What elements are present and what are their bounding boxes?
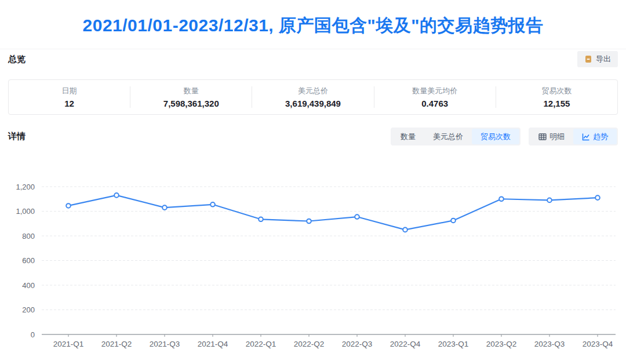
data-point[interactable] (595, 195, 600, 200)
data-point[interactable] (451, 219, 456, 223)
stat-value: 3,619,439,849 (285, 99, 341, 108)
x-axis-tick-label: 2023-Q3 (534, 340, 565, 348)
detail-section-label: 详情 (8, 131, 26, 142)
y-axis-tick-label: 1,000 (16, 207, 35, 216)
tab-label: 趋势 (593, 132, 608, 142)
tab-quantity[interactable]: 数量 (392, 129, 424, 144)
stat-label: 数量美元均价 (412, 86, 457, 96)
x-axis-tick-label: 2022-Q2 (294, 340, 325, 348)
overview-header: 总览 导出 (8, 51, 618, 67)
y-axis-tick-label: 1,200 (16, 183, 35, 191)
x-axis-tick-label: 2022-Q4 (390, 340, 421, 348)
trend-report-page: 2021/01/01-2023/12/31, 原产国包含"埃及"的交易趋势报告 … (0, 0, 626, 364)
data-point[interactable] (259, 217, 263, 222)
y-axis-tick-label: 200 (22, 305, 35, 314)
stat-label: 贸易次数 (541, 86, 572, 96)
tab-trend-view[interactable]: 趋势 (573, 129, 617, 144)
view-tab-group: 明细 趋势 (529, 128, 618, 145)
export-button-label: 导出 (596, 54, 611, 64)
stat-avg-usd-price: 数量美元均价 0.4763 (374, 80, 496, 114)
stat-quantity: 数量 7,598,361,320 (130, 80, 252, 114)
stat-label: 日期 (62, 86, 77, 96)
x-axis-tick-label: 2021-Q4 (198, 340, 228, 348)
stat-value: 12 (64, 99, 74, 108)
tab-label: 美元总价 (433, 132, 463, 142)
data-point[interactable] (210, 202, 215, 207)
x-axis-tick-label: 2023-Q1 (438, 340, 469, 348)
data-point[interactable] (547, 198, 552, 203)
stat-label: 数量 (184, 86, 199, 96)
tab-label: 数量 (401, 132, 416, 142)
tab-label: 贸易次数 (481, 132, 511, 142)
data-point[interactable] (403, 228, 407, 232)
data-point[interactable] (66, 203, 71, 208)
stat-usd-total: 美元总价 3,619,439,849 (252, 80, 373, 114)
x-axis-tick-label: 2023-Q4 (583, 340, 613, 348)
tab-trade-count[interactable]: 贸易次数 (472, 129, 519, 144)
data-point[interactable] (499, 196, 504, 201)
tab-label: 明细 (549, 132, 565, 142)
data-point[interactable] (355, 214, 359, 219)
y-axis-tick-label: 400 (22, 281, 35, 290)
y-axis-tick-label: 800 (22, 232, 35, 241)
y-axis-tick-label: 0 (31, 330, 35, 339)
stat-trade-count: 贸易次数 12,155 (496, 80, 617, 114)
data-point[interactable] (307, 219, 311, 224)
x-axis-tick-label: 2021-Q1 (53, 340, 84, 348)
trend-chart-svg[interactable]: 02004006008001,0001,2002021-Q12021-Q2202… (8, 174, 618, 359)
data-point[interactable] (162, 205, 167, 210)
stat-label: 美元总价 (298, 86, 328, 96)
detail-tab-area: 数量 美元总价 贸易次数 (391, 128, 618, 145)
trend-chart[interactable]: 02004006008001,0001,2002021-Q12021-Q2202… (8, 174, 618, 359)
x-axis-tick-label: 2021-Q2 (101, 340, 132, 348)
export-button[interactable]: 导出 (577, 51, 618, 67)
stat-date: 日期 12 (9, 80, 130, 114)
x-axis-tick-label: 2022-Q3 (342, 340, 373, 348)
header-divider (0, 49, 626, 49)
page-title: 2021/01/01-2023/12/31, 原产国包含"埃及"的交易趋势报告 (0, 14, 626, 38)
table-icon (538, 133, 547, 141)
trend-line-series (68, 195, 598, 230)
stat-value: 0.4763 (421, 99, 448, 108)
x-axis-tick-label: 2021-Q3 (150, 340, 180, 348)
detail-header: 详情 数量 美元总价 贸易次数 (8, 128, 618, 145)
tab-usd-total[interactable]: 美元总价 (424, 129, 472, 144)
stat-value: 12,155 (543, 99, 570, 108)
overview-section-label: 总览 (8, 54, 26, 65)
overview-stats-card: 日期 12 数量 7,598,361,320 美元总价 3,619,439,84… (8, 79, 618, 115)
tab-detail-view[interactable]: 明细 (530, 129, 573, 144)
line-chart-icon (582, 133, 590, 141)
metric-tab-group: 数量 美元总价 贸易次数 (391, 128, 521, 145)
x-axis-tick-label: 2023-Q2 (486, 340, 517, 348)
y-axis-tick-label: 600 (22, 256, 35, 265)
data-point[interactable] (114, 193, 119, 198)
stat-value: 7,598,361,320 (163, 99, 219, 108)
export-file-icon (584, 55, 592, 63)
x-axis-tick-label: 2022-Q1 (246, 340, 276, 348)
